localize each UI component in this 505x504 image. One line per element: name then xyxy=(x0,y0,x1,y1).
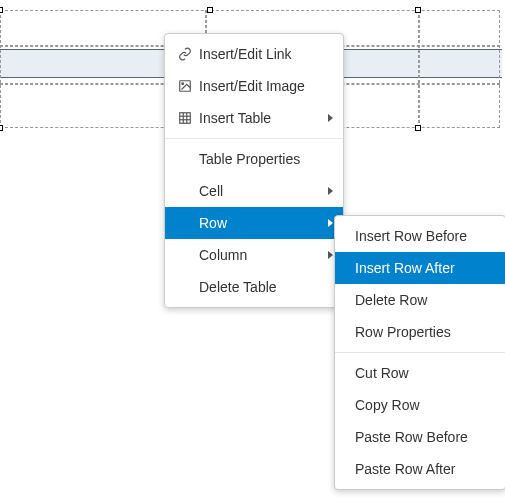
menu-item-row-properties[interactable]: Row Properties xyxy=(335,316,505,348)
menu-item-label: Insert Row After xyxy=(345,260,495,276)
menu-item-label: Row xyxy=(175,215,333,231)
row-submenu: Insert Row Before Insert Row After Delet… xyxy=(334,215,505,490)
menu-item-label: Delete Row xyxy=(345,292,495,308)
menu-item-label: Cell xyxy=(175,183,333,199)
image-icon xyxy=(175,79,195,93)
menu-item-label: Row Properties xyxy=(345,324,495,340)
menu-item-paste-row-before[interactable]: Paste Row Before xyxy=(335,421,505,453)
resize-handle-n[interactable] xyxy=(207,7,213,13)
menu-item-cell[interactable]: Cell xyxy=(165,175,343,207)
menu-item-insert-image[interactable]: Insert/Edit Image xyxy=(165,70,343,102)
menu-item-cut-row[interactable]: Cut Row xyxy=(335,357,505,389)
menu-item-table-properties[interactable]: Table Properties xyxy=(165,143,343,175)
menu-item-label: Cut Row xyxy=(345,365,495,381)
resize-handle-sw[interactable] xyxy=(0,125,3,131)
resize-handle-se[interactable] xyxy=(415,125,421,131)
menu-item-copy-row[interactable]: Copy Row xyxy=(335,389,505,421)
link-icon xyxy=(175,47,195,61)
menu-item-label: Column xyxy=(175,247,333,263)
table-icon xyxy=(175,111,195,125)
menu-item-insert-table[interactable]: Insert Table xyxy=(165,102,343,134)
menu-item-label: Delete Table xyxy=(175,279,333,295)
menu-item-paste-row-after[interactable]: Paste Row After xyxy=(335,453,505,485)
context-menu: Insert/Edit Link Insert/Edit Image Inser… xyxy=(164,33,344,308)
menu-item-delete-row[interactable]: Delete Row xyxy=(335,284,505,316)
svg-point-1 xyxy=(182,83,184,85)
menu-item-column[interactable]: Column xyxy=(165,239,343,271)
menu-item-label: Paste Row After xyxy=(345,461,495,477)
menu-item-label: Insert/Edit Image xyxy=(195,78,333,94)
svg-rect-2 xyxy=(180,113,191,124)
menu-separator xyxy=(165,138,343,139)
resize-handle-nw[interactable] xyxy=(0,7,3,13)
menu-item-label: Table Properties xyxy=(175,151,333,167)
menu-item-label: Insert/Edit Link xyxy=(195,46,333,62)
menu-item-insert-row-before[interactable]: Insert Row Before xyxy=(335,220,505,252)
menu-item-delete-table[interactable]: Delete Table xyxy=(165,271,343,303)
menu-item-insert-row-after[interactable]: Insert Row After xyxy=(335,252,505,284)
menu-item-label: Copy Row xyxy=(345,397,495,413)
resize-handle-ne[interactable] xyxy=(415,7,421,13)
menu-item-label: Insert Row Before xyxy=(345,228,495,244)
menu-item-row[interactable]: Row xyxy=(165,207,343,239)
menu-item-insert-link[interactable]: Insert/Edit Link xyxy=(165,38,343,70)
menu-item-label: Paste Row Before xyxy=(345,429,495,445)
table-col-sep xyxy=(418,10,420,128)
menu-separator xyxy=(335,352,505,353)
menu-item-label: Insert Table xyxy=(195,110,333,126)
